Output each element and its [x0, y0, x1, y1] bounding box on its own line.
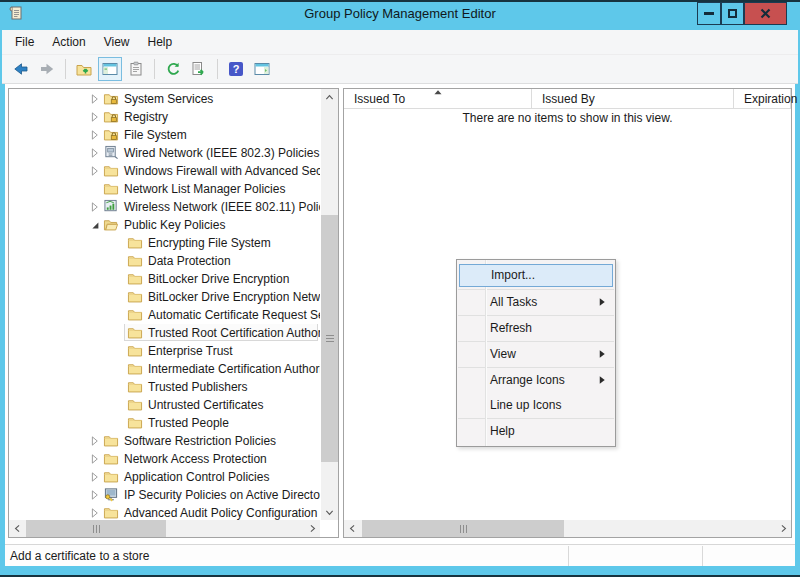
help-button[interactable]: ? [224, 57, 248, 81]
menu-view[interactable]: View [95, 32, 139, 52]
tree-item-label: System Services [124, 92, 213, 106]
scroll-right-button[interactable] [304, 520, 320, 537]
back-button[interactable] [9, 57, 33, 81]
context-menu-item-refresh[interactable]: Refresh [457, 316, 615, 341]
maximize-button[interactable] [721, 2, 744, 25]
clipboard-icon [128, 61, 144, 77]
context-menu: Import...All TasksRefreshViewArrange Ico… [456, 259, 616, 447]
chevron-right-icon [307, 523, 318, 534]
minimize-button[interactable] [697, 2, 721, 25]
title-bar[interactable]: Group Policy Management Editor [0, 0, 800, 28]
folder-icon [127, 415, 143, 430]
tree-item[interactable]: Registry [9, 108, 320, 126]
tree-item-label: Wired Network (IEEE 802.3) Policies [124, 146, 319, 160]
scroll-down-button[interactable] [321, 504, 338, 520]
context-menu-item-import[interactable]: Import... [459, 264, 613, 287]
expander-collapsed-icon[interactable] [89, 507, 101, 519]
tree-item[interactable]: BitLocker Drive Encryption [9, 270, 320, 288]
tree-vscroll-thumb[interactable] [321, 215, 338, 462]
context-menu-item-line-up-icons[interactable]: Line up Icons [457, 393, 615, 418]
expander-collapsed-icon[interactable] [89, 147, 101, 159]
tree-item[interactable]: Advanced Audit Policy Configuration [9, 504, 320, 521]
folder-icon [127, 379, 143, 394]
tree-item[interactable]: Wireless Network (IEEE 802.11) Policies [9, 198, 320, 216]
list-horizontal-scrollbar[interactable] [344, 520, 791, 537]
up-one-level-button[interactable] [72, 57, 96, 81]
menu-file[interactable]: File [6, 32, 43, 52]
refresh-button[interactable] [161, 57, 185, 81]
context-menu-item-arrange-icons[interactable]: Arrange Icons [457, 368, 615, 393]
tree-item[interactable]: Automatic Certificate Request Settings [9, 306, 320, 324]
show-action-pane-button[interactable] [250, 57, 274, 81]
context-menu-item-view[interactable]: View [457, 342, 615, 367]
export-list-button[interactable] [187, 57, 211, 81]
status-divider [702, 546, 703, 566]
properties-button[interactable] [124, 57, 148, 81]
expander-collapsed-icon[interactable] [89, 471, 101, 483]
tree-item[interactable]: BitLocker Drive Encryption Network Unloc… [9, 288, 320, 306]
expander-collapsed-icon[interactable] [89, 93, 101, 105]
tree-item[interactable]: Enterprise Trust [9, 342, 320, 360]
show-console-tree-button[interactable] [98, 57, 122, 81]
scroll-left-button[interactable] [9, 520, 25, 537]
scroll-left-button[interactable] [344, 520, 360, 537]
tree-item-label: Trusted Root Certification Authorities [148, 326, 320, 340]
folder-icon [127, 307, 143, 322]
expander-collapsed-icon[interactable] [89, 489, 101, 501]
forward-button[interactable] [35, 57, 59, 81]
tree-horizontal-scrollbar[interactable] [9, 520, 320, 537]
tree-item[interactable]: System Services [9, 90, 320, 108]
expander-collapsed-icon[interactable] [89, 129, 101, 141]
tree-item[interactable]: Public Key Policies [9, 216, 320, 234]
tree-vertical-scrollbar[interactable] [321, 89, 338, 520]
expander-collapsed-icon[interactable] [89, 165, 101, 177]
scroll-grip [326, 335, 334, 342]
menu-help[interactable]: Help [139, 32, 182, 52]
tree-item[interactable]: Trusted Publishers [9, 378, 320, 396]
tree-hscroll-thumb[interactable] [26, 520, 166, 537]
menu-item-label: Refresh [490, 321, 532, 335]
tree-item[interactable]: Application Control Policies [9, 468, 320, 486]
refresh-icon [165, 61, 181, 77]
scroll-right-button[interactable] [775, 520, 791, 537]
tree-item[interactable]: Intermediate Certification Authorities [9, 360, 320, 378]
chevron-right-icon [778, 523, 789, 534]
context-menu-item-all-tasks[interactable]: All Tasks [457, 290, 615, 315]
expander-collapsed-icon[interactable] [89, 453, 101, 465]
scroll-up-button[interactable] [321, 89, 338, 105]
context-menu-item-help[interactable]: Help [457, 419, 615, 444]
tree-item[interactable]: Trusted Root Certification Authorities [9, 324, 320, 342]
close-icon [760, 8, 771, 19]
tree-item[interactable]: Network List Manager Policies [9, 180, 320, 198]
help-icon: ? [228, 61, 244, 77]
expander-expanded-icon[interactable] [89, 219, 101, 231]
tree-item-label: Encrypting File System [148, 236, 271, 250]
menu-action[interactable]: Action [43, 32, 94, 52]
column-header-issued-to[interactable]: Issued To [344, 89, 532, 109]
expander-collapsed-icon[interactable] [89, 435, 101, 447]
column-header-issued-by[interactable]: Issued By [532, 89, 734, 109]
submenu-arrow-icon [597, 349, 607, 359]
folder-icon [127, 343, 143, 358]
tree-item-label: Network List Manager Policies [124, 182, 285, 196]
menu-item-label: View [490, 347, 516, 361]
tree-item[interactable]: Wired Network (IEEE 802.3) Policies [9, 144, 320, 162]
expander-collapsed-icon[interactable] [89, 111, 101, 123]
list-hscroll-thumb[interactable] [362, 520, 564, 537]
tree-item[interactable]: Software Restriction Policies [9, 432, 320, 450]
tree-item[interactable]: File System [9, 126, 320, 144]
expander-collapsed-icon[interactable] [89, 201, 101, 213]
close-button[interactable] [744, 2, 787, 25]
folder-open-icon [103, 217, 119, 232]
tree-item[interactable]: IP Security Policies on Active Directory [9, 486, 320, 504]
tree-item[interactable]: Trusted People [9, 414, 320, 432]
column-header-expiration[interactable]: Expiration [734, 89, 791, 109]
tree-item[interactable]: Windows Firewall with Advanced Security [9, 162, 320, 180]
tree-item[interactable]: Encrypting File System [9, 234, 320, 252]
status-text: Add a certificate to a store [10, 549, 149, 563]
tree-item[interactable]: Data Protection [9, 252, 320, 270]
tree-item-label: BitLocker Drive Encryption [148, 272, 289, 286]
scroll-grip [460, 525, 467, 533]
tree-item[interactable]: Network Access Protection [9, 450, 320, 468]
tree-item[interactable]: Untrusted Certificates [9, 396, 320, 414]
